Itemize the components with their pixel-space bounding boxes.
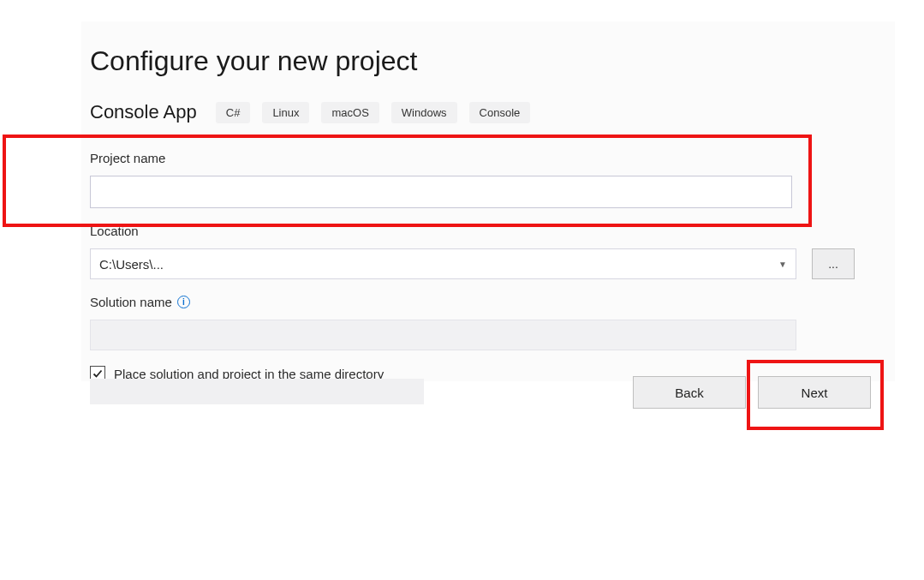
location-value: C:\Users\... <box>99 257 164 272</box>
dialog-footer: Back Next <box>81 332 895 381</box>
template-tag: C# <box>216 102 251 123</box>
project-name-label: Project name <box>90 151 895 165</box>
next-button[interactable]: Next <box>758 376 871 409</box>
location-field: Location C:\Users\... ▼ ... <box>90 224 895 279</box>
location-label: Location <box>90 224 895 238</box>
browse-button[interactable]: ... <box>812 248 855 279</box>
progress-indicator <box>90 379 424 404</box>
location-dropdown[interactable]: C:\Users\... ▼ <box>90 248 796 279</box>
project-name-field: Project name <box>90 151 895 208</box>
template-tag: Linux <box>262 102 309 123</box>
back-button[interactable]: Back <box>633 376 746 409</box>
info-icon[interactable]: i <box>177 296 190 308</box>
chevron-down-icon: ▼ <box>778 260 787 269</box>
configure-project-dialog: Configure your new project Console App C… <box>81 21 895 381</box>
page-title: Configure your new project <box>90 45 895 77</box>
template-name: Console App <box>90 101 197 123</box>
template-tag: Windows <box>391 102 457 123</box>
template-tag: Console <box>469 102 531 123</box>
template-tag: macOS <box>321 102 379 123</box>
solution-name-label: Solution name i <box>90 295 895 309</box>
template-info-row: Console App C# Linux macOS Windows Conso… <box>90 101 895 123</box>
solution-name-label-text: Solution name <box>90 295 172 309</box>
project-name-input[interactable] <box>90 176 792 208</box>
